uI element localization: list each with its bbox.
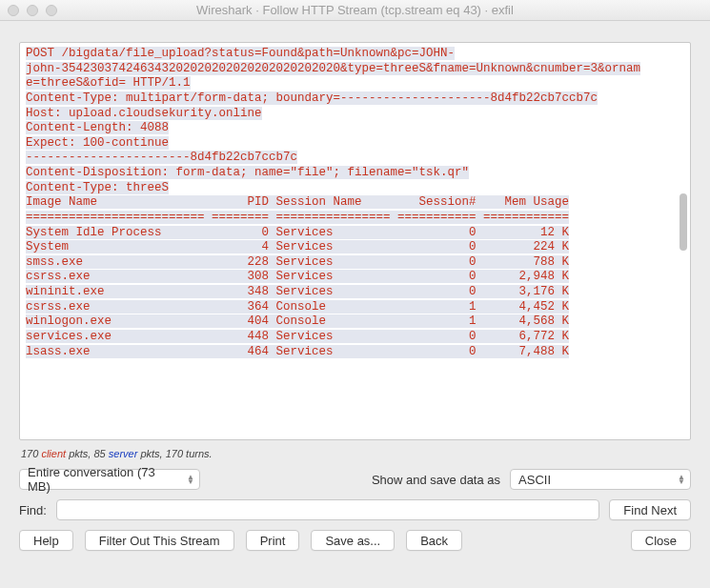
stream-line: -----------------------8d4fb22cb7ccb7c — [26, 151, 671, 166]
stream-line: System Idle Process 0 Services 0 12 K — [26, 226, 671, 241]
chevron-updown-icon: ▲▼ — [678, 475, 685, 484]
client-label: client — [41, 448, 66, 459]
stream-line: Host: upload.cloudsekurity.online — [26, 107, 671, 122]
conversation-row: Entire conversation (73 MB) ▲▼ Show and … — [19, 469, 691, 490]
stream-content: POST /bigdata/file_upload?status=Found&p… — [20, 43, 677, 439]
print-button[interactable]: Print — [246, 530, 300, 551]
chevron-updown-icon: ▲▼ — [187, 475, 194, 484]
stream-line: Expect: 100-continue — [26, 136, 671, 152]
stream-line: winlogon.exe 404 Console 1 4,568 K — [26, 314, 671, 330]
close-button[interactable]: Close — [631, 530, 691, 551]
find-label: Find: — [19, 503, 47, 517]
stream-line: System 4 Services 0 224 K — [26, 240, 671, 255]
content-area: POST /bigdata/file_upload?status=Found&p… — [0, 21, 710, 588]
stream-line: Content-Type: threeS — [26, 181, 671, 196]
server-label: server — [109, 448, 138, 459]
minimize-window-button[interactable] — [27, 5, 38, 16]
stream-line: john-35423037424634320202020202020202020… — [26, 62, 671, 77]
back-button[interactable]: Back — [406, 530, 462, 551]
stream-line: wininit.exe 348 Services 0 3,176 K — [26, 285, 671, 300]
stream-line: Content-Length: 4088 — [26, 121, 671, 136]
save-as-button[interactable]: Save as... — [311, 530, 395, 551]
titlebar: Wireshark · Follow HTTP Stream (tcp.stre… — [0, 0, 710, 21]
bottom-button-row: Help Filter Out This Stream Print Save a… — [19, 530, 691, 551]
stream-line: POST /bigdata/file_upload?status=Found&p… — [26, 47, 671, 62]
turns-count: 170 turns. — [166, 448, 213, 459]
stream-text-area[interactable]: POST /bigdata/file_upload?status=Found&p… — [19, 42, 691, 440]
stream-line: Image Name PID Session Name Session# Mem… — [26, 195, 671, 211]
stream-line: smss.exe 228 Services 0 788 K — [26, 255, 671, 271]
stream-line: Content-Type: multipart/form-data; bound… — [26, 91, 671, 107]
close-window-button[interactable] — [8, 5, 19, 16]
find-row: Find: Find Next — [19, 499, 691, 520]
encoding-select-value: ASCII — [518, 473, 551, 487]
stream-line: e=threeS&ofid= HTTP/1.1 — [26, 76, 671, 91]
stream-line: Content-Disposition: form-data; name="fi… — [26, 166, 671, 181]
window-title: Wireshark · Follow HTTP Stream (tcp.stre… — [196, 3, 514, 17]
conversation-select[interactable]: Entire conversation (73 MB) ▲▼ — [19, 469, 200, 490]
filter-out-stream-button[interactable]: Filter Out This Stream — [85, 530, 234, 551]
stream-line: ========================= ======== =====… — [26, 211, 671, 226]
stream-line: csrss.exe 308 Services 0 2,948 K — [26, 270, 671, 285]
stream-line: csrss.exe 364 Console 1 4,452 K — [26, 300, 671, 315]
vertical-scrollbar[interactable] — [678, 44, 689, 438]
find-next-button[interactable]: Find Next — [609, 499, 691, 520]
show-data-label: Show and save data as — [372, 473, 500, 487]
traffic-lights — [8, 5, 57, 16]
client-pkts-count: 170 — [21, 448, 38, 459]
stream-line: lsass.exe 464 Services 0 7,488 K — [26, 345, 671, 360]
stream-line: services.exe 448 Services 0 6,772 K — [26, 330, 671, 345]
help-button[interactable]: Help — [19, 530, 73, 551]
zoom-window-button[interactable] — [46, 5, 57, 16]
conversation-select-value: Entire conversation (73 MB) — [28, 465, 180, 494]
find-input[interactable] — [56, 499, 599, 520]
server-pkts-count: 85 — [93, 448, 105, 459]
encoding-select[interactable]: ASCII ▲▼ — [510, 469, 691, 490]
scroll-thumb[interactable] — [680, 193, 687, 251]
packet-summary: 170 client pkts, 85 server pkts, 170 tur… — [21, 448, 689, 459]
